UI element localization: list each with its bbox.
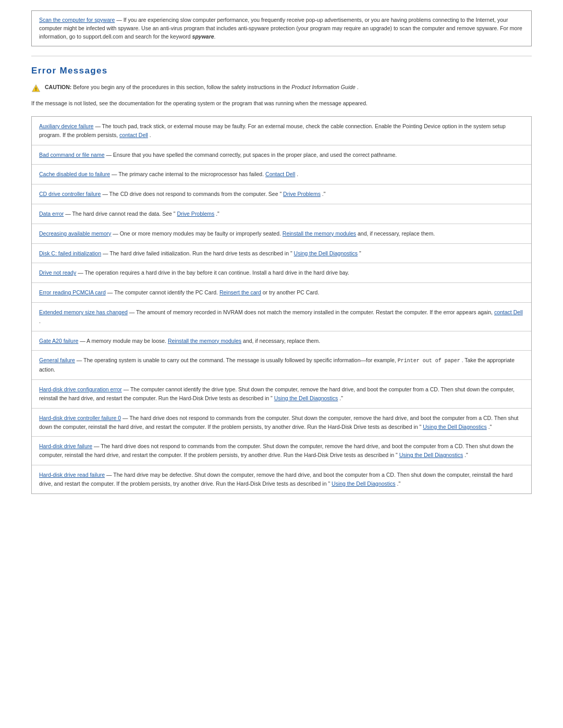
caution-row: ! CAUTION: Before you begin any of the p… <box>31 83 532 93</box>
error-row-drivenotready: Drive not ready — The operation requires… <box>32 263 531 283</box>
error-link-hdreadfailure[interactable]: Using the Dell Diagnostics <box>332 480 396 487</box>
caution-icon: ! <box>31 84 41 93</box>
error-link-decmemory[interactable]: Reinstall the memory modules <box>283 230 356 237</box>
error-body-pcmcia: — The computer cannot identify the PC Ca… <box>107 289 219 295</box>
notice-text: Scan the computer for spyware — If you a… <box>39 17 522 40</box>
error-row-hdcontroller: Hard-disk drive controller failure 0 — T… <box>32 409 531 437</box>
error-body-drivenotready: — The operation requires a hard drive in… <box>78 269 349 276</box>
error-body-gatea20: — A memory module may be loose. <box>80 338 168 344</box>
error-title-gatea20: Gate A20 failure <box>39 338 78 344</box>
error-body-cache: — The primary cache internal to the micr… <box>112 171 265 177</box>
error-title-extmemory: Extended memory size has changed <box>39 309 128 315</box>
error-title-generalfailure: General failure <box>39 357 75 363</box>
intro-text: If the message is not listed, see the do… <box>31 100 532 108</box>
error-link-cddrive[interactable]: Drive Problems <box>283 191 321 197</box>
caution-guide-title: Product Information Guide <box>291 84 356 90</box>
section-divider <box>31 56 532 56</box>
error-row-diskc: Disk C: failed initialization — The hard… <box>32 244 531 264</box>
error-link-dataerror[interactable]: Drive Problems <box>177 211 214 217</box>
error-link-pcmcia[interactable]: Reinsert the card <box>219 289 261 295</box>
error-link-extmemory[interactable]: contact Dell <box>494 309 523 315</box>
error-row-auxiliary: Auxiliary device failure — The touch pad… <box>32 117 531 145</box>
error-title-hdfailure: Hard-disk drive failure <box>39 443 92 449</box>
error-row-extmemory: Extended memory size has changed — The a… <box>32 303 531 331</box>
error-title-dataerror: Data error <box>39 211 64 217</box>
error-row-generalfailure: General failure — The operating system i… <box>32 351 531 380</box>
error-title-hdcontroller: Hard-disk drive controller failure 0 <box>39 415 121 421</box>
caution-text: Before you begin any of the procedures i… <box>73 84 291 90</box>
error-title-pcmcia: Error reading PCMCIA card <box>39 289 106 295</box>
error-body-decmemory: — One or more memory modules may be faul… <box>113 230 283 237</box>
error-link-hdconfig[interactable]: Using the Dell Diagnostics <box>274 395 338 401</box>
caution-label: CAUTION: <box>45 84 71 90</box>
error-row-hdfailure: Hard-disk drive failure — The hard drive… <box>32 437 531 465</box>
error-row-badcommand: Bad command or file name — Ensure that y… <box>32 145 531 165</box>
error-title-auxiliary: Auxiliary device failure <box>39 123 93 129</box>
error-row-hdconfig: Hard-disk drive configuration error — Th… <box>32 380 531 409</box>
error-link-diskc[interactable]: Using the Dell Diagnostics <box>294 250 358 256</box>
error-body-generalfailure: — The operating system is unable to carr… <box>77 357 398 363</box>
error-row-pcmcia: Error reading PCMCIA card — The computer… <box>32 283 531 303</box>
error-title-cddrive: CD drive controller failure <box>39 191 101 197</box>
error-row-gatea20: Gate A20 failure — A memory module may b… <box>32 331 531 351</box>
error-code-generalfailure: Printer out of paper <box>398 358 460 364</box>
error-title-cache: Cache disabled due to failure <box>39 171 110 177</box>
error-link-cache[interactable]: Contact Dell <box>265 171 295 177</box>
error-row-hdreadfailure: Hard-disk drive read failure — The hard … <box>32 465 531 493</box>
error-title-hdconfig: Hard-disk drive configuration error <box>39 386 122 392</box>
section-title: Error Messages <box>31 66 532 76</box>
error-link-gatea20[interactable]: Reinstall the memory modules <box>168 338 241 344</box>
error-link-hdfailure[interactable]: Using the Dell Diagnostics <box>399 452 463 458</box>
error-body-diskc: — The hard drive failed initialization. … <box>103 250 292 256</box>
error-title-badcommand: Bad command or file name <box>39 152 104 158</box>
error-title-drivenotready: Drive not ready <box>39 269 76 276</box>
error-title-decmemory: Decreasing available memory <box>39 230 111 237</box>
error-body-cddrive: — The CD drive does not respond to comma… <box>102 191 282 197</box>
error-body-badcommand: — Ensure that you have spelled the comma… <box>106 152 397 158</box>
error-body-dataerror: — The hard drive cannot read the data. S… <box>65 211 175 217</box>
svg-text:!: ! <box>35 87 37 92</box>
error-row-cache: Cache disabled due to failure — The prim… <box>32 165 531 184</box>
error-row-dataerror: Data error — The hard drive cannot read … <box>32 204 531 224</box>
notice-spyware-link[interactable]: Scan the computer for spyware <box>39 17 115 23</box>
error-link-auxiliary[interactable]: contact Dell <box>119 132 148 138</box>
error-link-hdcontroller[interactable]: Using the Dell Diagnostics <box>423 424 487 430</box>
error-row-decmemory: Decreasing available memory — One or mor… <box>32 224 531 244</box>
error-body-extmemory: — The amount of memory recorded in NVRAM… <box>129 309 494 315</box>
error-row-cddrive: CD drive controller failure — The CD dri… <box>32 184 531 204</box>
error-body-hdreadfailure: — The hard drive may be defective. Shut … <box>39 472 512 487</box>
error-body-auxiliary: — The touch pad, track stick, or externa… <box>39 123 506 138</box>
error-title-diskc: Disk C: failed initialization <box>39 250 101 256</box>
error-title-hdreadfailure: Hard-disk drive read failure <box>39 472 105 478</box>
error-table: Auxiliary device failure — The touch pad… <box>31 116 532 494</box>
top-notice-box: Scan the computer for spyware — If you a… <box>31 10 532 46</box>
